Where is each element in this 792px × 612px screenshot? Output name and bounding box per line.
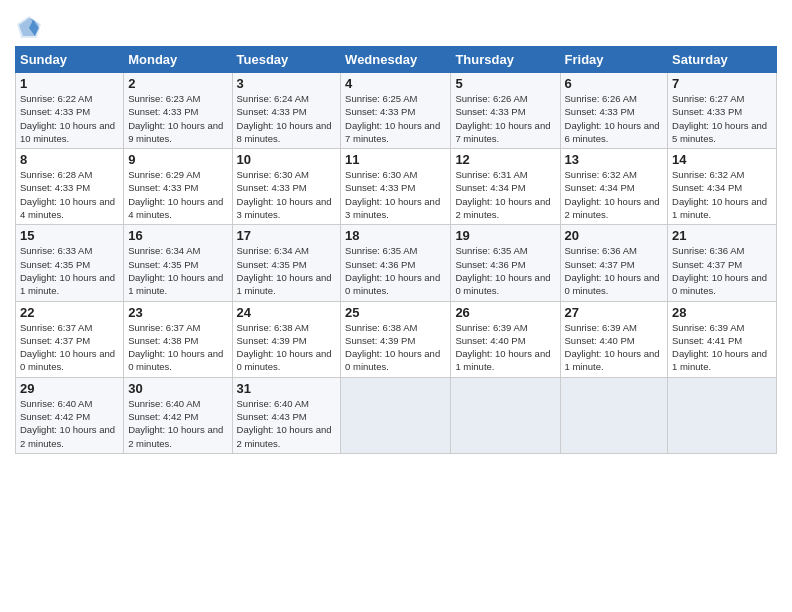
calendar-week-4: 22Sunrise: 6:37 AMSunset: 4:37 PMDayligh… — [16, 301, 777, 377]
day-number: 20 — [565, 228, 664, 243]
calendar-cell: 20Sunrise: 6:36 AMSunset: 4:37 PMDayligh… — [560, 225, 668, 301]
calendar-body: 1Sunrise: 6:22 AMSunset: 4:33 PMDaylight… — [16, 73, 777, 454]
calendar-cell: 31Sunrise: 6:40 AMSunset: 4:43 PMDayligh… — [232, 377, 341, 453]
day-number: 11 — [345, 152, 446, 167]
day-info: Sunrise: 6:36 AMSunset: 4:37 PMDaylight:… — [565, 244, 664, 297]
calendar-cell — [341, 377, 451, 453]
calendar-cell: 24Sunrise: 6:38 AMSunset: 4:39 PMDayligh… — [232, 301, 341, 377]
day-number: 13 — [565, 152, 664, 167]
day-number: 8 — [20, 152, 119, 167]
weekday-header-wednesday: Wednesday — [341, 47, 451, 73]
header — [15, 10, 777, 42]
day-number: 3 — [237, 76, 337, 91]
day-number: 7 — [672, 76, 772, 91]
day-info: Sunrise: 6:32 AMSunset: 4:34 PMDaylight:… — [565, 168, 664, 221]
day-info: Sunrise: 6:31 AMSunset: 4:34 PMDaylight:… — [455, 168, 555, 221]
day-info: Sunrise: 6:39 AMSunset: 4:40 PMDaylight:… — [565, 321, 664, 374]
weekday-header-sunday: Sunday — [16, 47, 124, 73]
calendar-week-5: 29Sunrise: 6:40 AMSunset: 4:42 PMDayligh… — [16, 377, 777, 453]
calendar-cell: 5Sunrise: 6:26 AMSunset: 4:33 PMDaylight… — [451, 73, 560, 149]
calendar-cell: 8Sunrise: 6:28 AMSunset: 4:33 PMDaylight… — [16, 149, 124, 225]
calendar-cell: 28Sunrise: 6:39 AMSunset: 4:41 PMDayligh… — [668, 301, 777, 377]
day-info: Sunrise: 6:40 AMSunset: 4:42 PMDaylight:… — [128, 397, 227, 450]
day-number: 17 — [237, 228, 337, 243]
day-number: 15 — [20, 228, 119, 243]
day-info: Sunrise: 6:33 AMSunset: 4:35 PMDaylight:… — [20, 244, 119, 297]
weekday-header-monday: Monday — [124, 47, 232, 73]
calendar-table: SundayMondayTuesdayWednesdayThursdayFrid… — [15, 46, 777, 454]
day-info: Sunrise: 6:34 AMSunset: 4:35 PMDaylight:… — [237, 244, 337, 297]
day-number: 9 — [128, 152, 227, 167]
calendar-cell: 19Sunrise: 6:35 AMSunset: 4:36 PMDayligh… — [451, 225, 560, 301]
calendar-week-3: 15Sunrise: 6:33 AMSunset: 4:35 PMDayligh… — [16, 225, 777, 301]
calendar-header: SundayMondayTuesdayWednesdayThursdayFrid… — [16, 47, 777, 73]
day-number: 28 — [672, 305, 772, 320]
calendar-cell: 7Sunrise: 6:27 AMSunset: 4:33 PMDaylight… — [668, 73, 777, 149]
calendar-cell: 11Sunrise: 6:30 AMSunset: 4:33 PMDayligh… — [341, 149, 451, 225]
day-number: 2 — [128, 76, 227, 91]
day-number: 31 — [237, 381, 337, 396]
calendar-cell: 26Sunrise: 6:39 AMSunset: 4:40 PMDayligh… — [451, 301, 560, 377]
weekday-header-saturday: Saturday — [668, 47, 777, 73]
day-number: 14 — [672, 152, 772, 167]
day-info: Sunrise: 6:30 AMSunset: 4:33 PMDaylight:… — [345, 168, 446, 221]
day-number: 16 — [128, 228, 227, 243]
day-info: Sunrise: 6:36 AMSunset: 4:37 PMDaylight:… — [672, 244, 772, 297]
day-info: Sunrise: 6:40 AMSunset: 4:42 PMDaylight:… — [20, 397, 119, 450]
day-info: Sunrise: 6:37 AMSunset: 4:37 PMDaylight:… — [20, 321, 119, 374]
day-info: Sunrise: 6:23 AMSunset: 4:33 PMDaylight:… — [128, 92, 227, 145]
calendar-cell: 14Sunrise: 6:32 AMSunset: 4:34 PMDayligh… — [668, 149, 777, 225]
calendar-cell: 21Sunrise: 6:36 AMSunset: 4:37 PMDayligh… — [668, 225, 777, 301]
calendar-week-2: 8Sunrise: 6:28 AMSunset: 4:33 PMDaylight… — [16, 149, 777, 225]
day-info: Sunrise: 6:25 AMSunset: 4:33 PMDaylight:… — [345, 92, 446, 145]
day-number: 29 — [20, 381, 119, 396]
day-info: Sunrise: 6:26 AMSunset: 4:33 PMDaylight:… — [565, 92, 664, 145]
day-info: Sunrise: 6:39 AMSunset: 4:40 PMDaylight:… — [455, 321, 555, 374]
logo — [15, 14, 47, 42]
calendar-cell: 30Sunrise: 6:40 AMSunset: 4:42 PMDayligh… — [124, 377, 232, 453]
calendar-cell: 13Sunrise: 6:32 AMSunset: 4:34 PMDayligh… — [560, 149, 668, 225]
calendar-cell — [560, 377, 668, 453]
day-info: Sunrise: 6:32 AMSunset: 4:34 PMDaylight:… — [672, 168, 772, 221]
calendar-cell: 27Sunrise: 6:39 AMSunset: 4:40 PMDayligh… — [560, 301, 668, 377]
calendar-cell: 12Sunrise: 6:31 AMSunset: 4:34 PMDayligh… — [451, 149, 560, 225]
day-number: 27 — [565, 305, 664, 320]
day-number: 10 — [237, 152, 337, 167]
calendar-cell — [451, 377, 560, 453]
calendar-cell: 9Sunrise: 6:29 AMSunset: 4:33 PMDaylight… — [124, 149, 232, 225]
weekday-header-row: SundayMondayTuesdayWednesdayThursdayFrid… — [16, 47, 777, 73]
calendar-cell — [668, 377, 777, 453]
calendar-cell: 29Sunrise: 6:40 AMSunset: 4:42 PMDayligh… — [16, 377, 124, 453]
calendar-cell: 23Sunrise: 6:37 AMSunset: 4:38 PMDayligh… — [124, 301, 232, 377]
calendar-cell: 15Sunrise: 6:33 AMSunset: 4:35 PMDayligh… — [16, 225, 124, 301]
day-info: Sunrise: 6:37 AMSunset: 4:38 PMDaylight:… — [128, 321, 227, 374]
day-number: 6 — [565, 76, 664, 91]
calendar-cell: 16Sunrise: 6:34 AMSunset: 4:35 PMDayligh… — [124, 225, 232, 301]
calendar-cell: 2Sunrise: 6:23 AMSunset: 4:33 PMDaylight… — [124, 73, 232, 149]
day-info: Sunrise: 6:39 AMSunset: 4:41 PMDaylight:… — [672, 321, 772, 374]
calendar-week-1: 1Sunrise: 6:22 AMSunset: 4:33 PMDaylight… — [16, 73, 777, 149]
day-number: 23 — [128, 305, 227, 320]
day-info: Sunrise: 6:24 AMSunset: 4:33 PMDaylight:… — [237, 92, 337, 145]
day-number: 18 — [345, 228, 446, 243]
calendar-cell: 4Sunrise: 6:25 AMSunset: 4:33 PMDaylight… — [341, 73, 451, 149]
day-info: Sunrise: 6:35 AMSunset: 4:36 PMDaylight:… — [455, 244, 555, 297]
calendar-cell: 22Sunrise: 6:37 AMSunset: 4:37 PMDayligh… — [16, 301, 124, 377]
calendar-cell: 17Sunrise: 6:34 AMSunset: 4:35 PMDayligh… — [232, 225, 341, 301]
weekday-header-tuesday: Tuesday — [232, 47, 341, 73]
day-number: 12 — [455, 152, 555, 167]
calendar-cell: 10Sunrise: 6:30 AMSunset: 4:33 PMDayligh… — [232, 149, 341, 225]
day-number: 24 — [237, 305, 337, 320]
page-container: SundayMondayTuesdayWednesdayThursdayFrid… — [0, 0, 792, 459]
day-info: Sunrise: 6:38 AMSunset: 4:39 PMDaylight:… — [345, 321, 446, 374]
day-info: Sunrise: 6:35 AMSunset: 4:36 PMDaylight:… — [345, 244, 446, 297]
day-number: 22 — [20, 305, 119, 320]
day-info: Sunrise: 6:29 AMSunset: 4:33 PMDaylight:… — [128, 168, 227, 221]
day-info: Sunrise: 6:30 AMSunset: 4:33 PMDaylight:… — [237, 168, 337, 221]
day-number: 26 — [455, 305, 555, 320]
day-info: Sunrise: 6:34 AMSunset: 4:35 PMDaylight:… — [128, 244, 227, 297]
day-number: 30 — [128, 381, 227, 396]
day-info: Sunrise: 6:38 AMSunset: 4:39 PMDaylight:… — [237, 321, 337, 374]
calendar-cell: 18Sunrise: 6:35 AMSunset: 4:36 PMDayligh… — [341, 225, 451, 301]
day-number: 4 — [345, 76, 446, 91]
